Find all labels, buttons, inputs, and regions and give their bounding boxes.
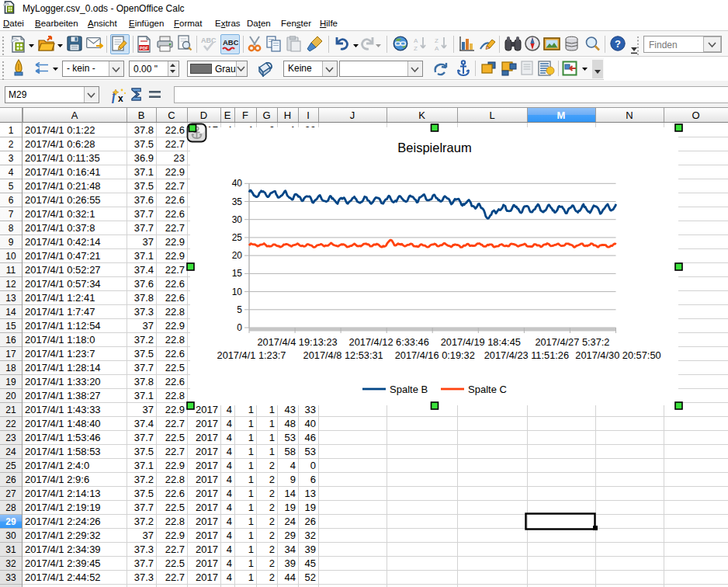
svg-text:2: 2 <box>269 516 275 527</box>
svg-text:37.7: 37.7 <box>134 557 154 569</box>
svg-text:Spalte B: Spalte B <box>390 384 428 395</box>
svg-text:1: 1 <box>248 460 254 471</box>
svg-text:2017/4/1 1:23:7: 2017/4/1 1:23:7 <box>25 348 95 359</box>
svg-text:22.5: 22.5 <box>165 502 185 513</box>
svg-text:22.9: 22.9 <box>165 404 185 415</box>
svg-text:2017: 2017 <box>196 516 218 527</box>
svg-text:22.8: 22.8 <box>165 390 185 401</box>
svg-text:37.1: 37.1 <box>134 460 154 471</box>
svg-text:44: 44 <box>285 571 296 583</box>
svg-text:2017/4/4 19:13:23: 2017/4/4 19:13:23 <box>257 336 337 348</box>
svg-text:25: 25 <box>5 460 16 471</box>
svg-text:15: 15 <box>5 321 16 332</box>
svg-text:L: L <box>489 109 494 121</box>
svg-text:37.3: 37.3 <box>134 571 154 583</box>
svg-text:2017/4/1 1:48:40: 2017/4/1 1:48:40 <box>25 418 101 429</box>
svg-text:2017/4/1 1:58:53: 2017/4/1 1:58:53 <box>25 446 101 457</box>
svg-text:1: 1 <box>248 488 254 499</box>
svg-text:2017/4/1 0:37:8: 2017/4/1 0:37:8 <box>25 222 95 234</box>
svg-text:25: 25 <box>232 232 243 243</box>
svg-text:1: 1 <box>248 502 254 513</box>
svg-text:E: E <box>224 109 231 121</box>
svg-text:4: 4 <box>227 446 232 457</box>
svg-text:2017: 2017 <box>196 488 218 499</box>
svg-text:37.5: 37.5 <box>134 138 154 150</box>
svg-text:43: 43 <box>285 404 296 415</box>
svg-text:22.9: 22.9 <box>165 166 185 178</box>
svg-text:5: 5 <box>237 304 242 315</box>
svg-text:22: 22 <box>5 419 16 429</box>
svg-text:0: 0 <box>310 460 316 471</box>
svg-text:22.8: 22.8 <box>165 474 185 485</box>
svg-text:37.8: 37.8 <box>134 124 154 136</box>
svg-text:4: 4 <box>9 167 14 178</box>
svg-text:22.5: 22.5 <box>165 432 185 443</box>
svg-text:22.6: 22.6 <box>165 278 185 290</box>
svg-text:2017: 2017 <box>196 557 218 569</box>
svg-text:22.6: 22.6 <box>165 292 185 304</box>
svg-text:14: 14 <box>285 488 296 499</box>
svg-text:2017/4/1 2:29:32: 2017/4/1 2:29:32 <box>25 530 101 541</box>
svg-text:2017/4/1 2:24:26: 2017/4/1 2:24:26 <box>25 516 101 527</box>
svg-text:26: 26 <box>305 516 316 527</box>
svg-text:2017: 2017 <box>196 446 218 457</box>
svg-text:2017/4/1 0:11:35: 2017/4/1 0:11:35 <box>25 152 100 164</box>
svg-text:2017: 2017 <box>196 474 218 485</box>
svg-text:10: 10 <box>232 287 243 297</box>
svg-text:37.1: 37.1 <box>134 390 154 401</box>
svg-text:13: 13 <box>305 488 316 499</box>
svg-text:7: 7 <box>9 209 14 220</box>
svg-text:J: J <box>350 109 355 121</box>
svg-text:19: 19 <box>305 502 316 513</box>
svg-text:16: 16 <box>5 335 16 346</box>
svg-text:37.4: 37.4 <box>134 264 154 276</box>
svg-text:33: 33 <box>5 572 16 583</box>
svg-text:32: 32 <box>305 530 316 541</box>
svg-text:22.9: 22.9 <box>165 320 185 332</box>
svg-text:12: 12 <box>5 279 16 290</box>
svg-text:37.1: 37.1 <box>134 250 154 262</box>
svg-text:22.5: 22.5 <box>165 362 185 373</box>
svg-text:37.7: 37.7 <box>134 502 154 513</box>
svg-text:58: 58 <box>285 446 296 457</box>
svg-text:22.6: 22.6 <box>165 208 185 220</box>
svg-text:22.6: 22.6 <box>165 348 185 359</box>
svg-text:22.8: 22.8 <box>165 334 185 346</box>
svg-text:22.8: 22.8 <box>165 306 185 318</box>
svg-text:2017/4/1 1:43:33: 2017/4/1 1:43:33 <box>25 404 101 415</box>
svg-text:1: 1 <box>248 516 254 527</box>
svg-text:35: 35 <box>232 196 243 207</box>
svg-text:4: 4 <box>290 460 296 471</box>
svg-text:23: 23 <box>174 152 185 164</box>
svg-text:22.5: 22.5 <box>165 557 185 569</box>
svg-text:37: 37 <box>143 320 154 332</box>
svg-text:1: 1 <box>248 418 254 429</box>
svg-text:2017/4/1 2:9:6: 2017/4/1 2:9:6 <box>25 474 89 485</box>
svg-text:31: 31 <box>5 544 16 555</box>
svg-text:2017/4/1 2:19:19: 2017/4/1 2:19:19 <box>25 502 101 513</box>
svg-text:22.7: 22.7 <box>165 418 185 429</box>
svg-text:2017: 2017 <box>196 530 218 541</box>
svg-text:22.9: 22.9 <box>165 236 185 248</box>
svg-text:22.6: 22.6 <box>165 194 185 206</box>
svg-text:2017: 2017 <box>196 571 218 583</box>
svg-text:9: 9 <box>9 237 14 248</box>
svg-text:37.2: 37.2 <box>134 334 154 346</box>
svg-text:2017/4/1 1:33:20: 2017/4/1 1:33:20 <box>25 376 101 387</box>
svg-text:2017/4/1 0:6:28: 2017/4/1 0:6:28 <box>25 138 95 150</box>
svg-text:2017/4/23 11:51:26: 2017/4/23 11:51:26 <box>484 349 569 361</box>
svg-text:37.7: 37.7 <box>134 362 154 373</box>
svg-text:2017/4/19 18:4:45: 2017/4/19 18:4:45 <box>441 336 521 348</box>
svg-text:37.7: 37.7 <box>134 208 154 220</box>
svg-text:4: 4 <box>227 432 232 443</box>
svg-text:F: F <box>242 109 248 121</box>
svg-text:37.6: 37.6 <box>134 278 154 290</box>
svg-text:22.6: 22.6 <box>165 124 185 136</box>
svg-text:18: 18 <box>5 363 16 373</box>
svg-text:2017/4/1 1:38:27: 2017/4/1 1:38:27 <box>25 390 101 401</box>
svg-text:22.8: 22.8 <box>165 516 185 527</box>
svg-text:2017/4/8 12:53:31: 2017/4/8 12:53:31 <box>303 349 383 361</box>
svg-text:2017/4/1 1:2:41: 2017/4/1 1:2:41 <box>25 292 95 304</box>
svg-text:2017: 2017 <box>196 460 218 471</box>
svg-text:1: 1 <box>248 571 254 583</box>
